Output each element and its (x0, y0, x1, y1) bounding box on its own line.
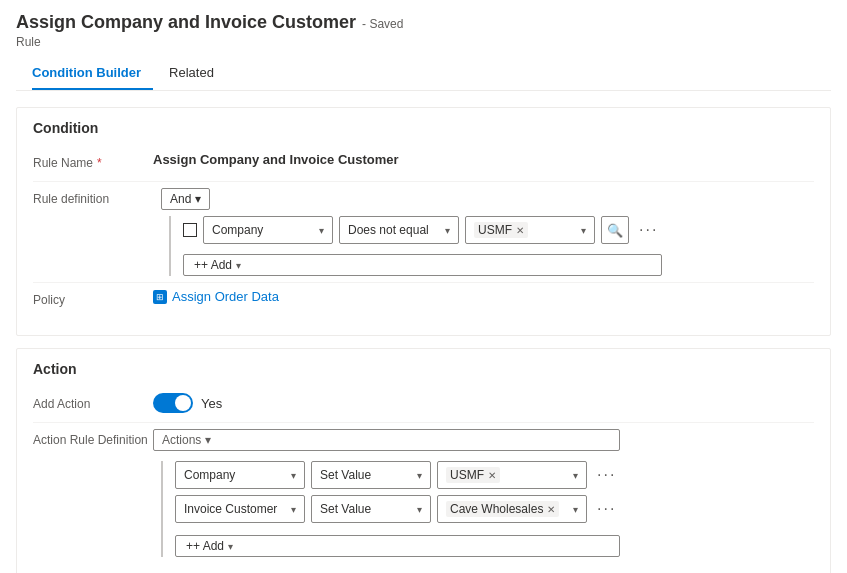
add-action-plus-icon: + (186, 539, 193, 553)
and-operator-dropdown[interactable]: And ▾ (161, 188, 210, 210)
add-chevron-icon: ▾ (236, 260, 241, 271)
action-value-dropdown-0[interactable]: USMF ✕ ▾ (437, 461, 587, 489)
field-dropdown-chevron-icon: ▾ (319, 225, 324, 236)
actions-chevron-icon: ▾ (205, 433, 211, 447)
action-operator-chevron-icon-1: ▾ (417, 504, 422, 515)
action-value-tag-close-icon-0[interactable]: ✕ (488, 470, 496, 481)
add-action-row-btn[interactable]: + + Add ▾ (175, 535, 620, 557)
add-action-row: Add Action Yes (33, 387, 814, 423)
condition-checkbox-0[interactable] (183, 223, 197, 237)
page-wrapper: Assign Company and Invoice Customer - Sa… (0, 0, 847, 573)
action-value-tag-0: USMF ✕ (446, 467, 500, 483)
conditions-block: Company ▾ Does not equal ▾ USMF (169, 216, 662, 276)
saved-badge: - Saved (362, 17, 403, 31)
operator-dropdown-chevron-icon: ▾ (445, 225, 450, 236)
rule-name-text: Assign Company and Invoice Customer (153, 152, 399, 167)
rule-definition-row: Rule definition And ▾ Company (33, 182, 814, 283)
and-chevron-icon: ▾ (195, 192, 201, 206)
condition-section-title: Condition (33, 120, 814, 136)
policy-link[interactable]: ⊞ Assign Order Data (153, 289, 279, 304)
content-area: Condition Rule Name * Assign Company and… (0, 95, 847, 573)
action-value-tag-close-icon-1[interactable]: ✕ (547, 504, 555, 515)
action-operator-chevron-icon-0: ▾ (417, 470, 422, 481)
add-action-chevron-icon: ▾ (228, 541, 233, 552)
action-more-options-button-0[interactable]: ··· (593, 466, 620, 484)
field-dropdown-0[interactable]: Company ▾ (203, 216, 333, 244)
action-value-dropdown-1[interactable]: Cave Wholesales ✕ ▾ (437, 495, 587, 523)
required-indicator: * (97, 156, 102, 170)
rule-name-row: Rule Name * Assign Company and Invoice C… (33, 146, 814, 182)
tab-condition-builder[interactable]: Condition Builder (32, 57, 153, 90)
policy-value: ⊞ Assign Order Data (153, 289, 814, 304)
search-button-0[interactable]: 🔍 (601, 216, 629, 244)
page-header: Assign Company and Invoice Customer - Sa… (0, 0, 847, 95)
actions-operator-dropdown[interactable]: Actions ▾ (153, 429, 620, 451)
policy-row: Policy ⊞ Assign Order Data (33, 283, 814, 319)
page-title: Assign Company and Invoice Customer (16, 12, 356, 33)
add-action-value: Yes (153, 393, 814, 413)
rule-definition-label: Rule definition (33, 188, 153, 206)
action-value-chevron-icon-0: ▾ (573, 470, 578, 481)
value-dropdown-chevron-icon: ▾ (581, 225, 586, 236)
action-field-dropdown-1[interactable]: Invoice Customer ▾ (175, 495, 305, 523)
action-operator-dropdown-1[interactable]: Set Value ▾ (311, 495, 431, 523)
condition-section: Condition Rule Name * Assign Company and… (16, 107, 831, 336)
action-section: Action Add Action Yes A (16, 348, 831, 573)
policy-icon: ⊞ (153, 290, 167, 304)
value-tag-close-icon-0[interactable]: ✕ (516, 225, 524, 236)
action-value-chevron-icon-1: ▾ (573, 504, 578, 515)
add-icon: + (194, 258, 201, 272)
rule-name-label: Rule Name * (33, 152, 153, 170)
operator-dropdown-0[interactable]: Does not equal ▾ (339, 216, 459, 244)
tabs-row: Condition Builder Related (16, 57, 831, 91)
add-action-label: Add Action (33, 393, 153, 411)
policy-label: Policy (33, 289, 153, 307)
toggle-container: Yes (153, 393, 222, 413)
action-operator-dropdown-0[interactable]: Set Value ▾ (311, 461, 431, 489)
value-dropdown-0[interactable]: USMF ✕ ▾ (465, 216, 595, 244)
logic-connector: And ▾ Company ▾ Does no (153, 188, 662, 276)
actions-block: Actions ▾ Company ▾ Set V (153, 429, 620, 557)
action-rows: Company ▾ Set Value ▾ USMF (161, 461, 620, 557)
action-value-tag-1: Cave Wholesales ✕ (446, 501, 559, 517)
more-options-button-0[interactable]: ··· (635, 221, 662, 239)
condition-row-0: Company ▾ Does not equal ▾ USMF (183, 216, 662, 244)
action-rule-label: Action Rule Definition (33, 429, 153, 447)
toggle-knob (175, 395, 191, 411)
action-field-chevron-icon-1: ▾ (291, 504, 296, 515)
search-icon: 🔍 (607, 223, 623, 238)
action-field-chevron-icon-0: ▾ (291, 470, 296, 481)
add-condition-btn[interactable]: + + Add ▾ (183, 254, 662, 276)
action-row-1: Invoice Customer ▾ Set Value ▾ Cave Who (175, 495, 620, 523)
action-field-dropdown-0[interactable]: Company ▾ (175, 461, 305, 489)
value-tag-0: USMF ✕ (474, 222, 528, 238)
action-section-title: Action (33, 361, 814, 377)
rule-definition-value: And ▾ Company ▾ Does no (153, 188, 814, 276)
page-title-row: Assign Company and Invoice Customer - Sa… (16, 12, 831, 33)
page-subtitle: Rule (16, 35, 831, 49)
action-rule-definition-row: Action Rule Definition Actions ▾ Compan (33, 423, 814, 563)
action-row-0: Company ▾ Set Value ▾ USMF (175, 461, 620, 489)
rule-name-value: Assign Company and Invoice Customer (153, 152, 814, 167)
action-more-options-button-1[interactable]: ··· (593, 500, 620, 518)
action-rule-value: Actions ▾ Company ▾ Set V (153, 429, 814, 557)
add-action-toggle[interactable] (153, 393, 193, 413)
toggle-yes-label: Yes (201, 396, 222, 411)
tab-related[interactable]: Related (169, 57, 226, 90)
